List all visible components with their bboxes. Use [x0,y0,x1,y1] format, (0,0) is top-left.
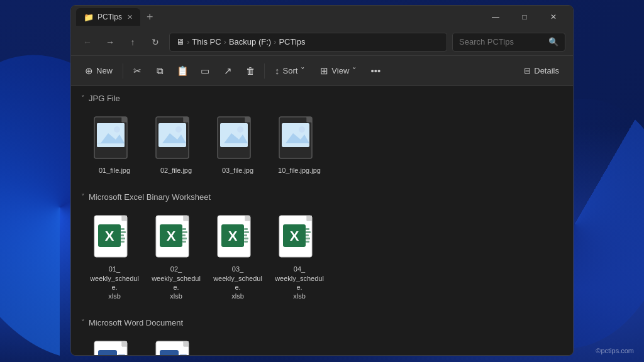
word-file-grid: W 01_Employee_Records.docx [81,335,563,355]
path-backup[interactable]: Backup (F:) [229,37,271,47]
list-item[interactable]: X 03_weekly_schedule.xlsb [209,209,266,305]
file-name: 03_weekly_schedule.xlsb [212,265,264,300]
svg-rect-63 [306,234,309,236]
refresh-button[interactable]: ↻ [147,33,164,51]
list-item[interactable]: W 02_EmployeeRecords.docx [148,335,204,355]
svg-rect-52 [244,231,249,233]
svg-point-25 [299,126,305,133]
list-item[interactable]: W 01_Employee_Records.docx [86,335,143,355]
svg-rect-34 [121,238,125,239]
paste-button[interactable]: 📋 [172,61,192,81]
svg-rect-61 [306,228,309,230]
more-button[interactable]: ••• [365,61,386,81]
list-item[interactable]: 02_file.jpg [148,111,204,180]
tab-title: PCTips [97,13,122,21]
file-group-word: ˅ Microsoft Word Document W [81,318,563,355]
list-item[interactable]: 10_file.jpg.jpg [271,111,328,180]
svg-rect-22 [307,117,312,122]
group-chevron-icon: ˅ [81,193,85,201]
svg-text:X: X [228,228,238,244]
file-name: 10_file.jpg.jpg [278,166,321,175]
cut-button[interactable]: ✂ [127,61,147,81]
share-button[interactable]: ↗ [218,61,238,81]
up-button[interactable]: ↑ [124,33,142,51]
explorer-tab[interactable]: 📁 PCTips ✕ [76,8,140,26]
svg-rect-65 [306,241,309,243]
svg-rect-41 [182,228,186,230]
group-label-word: Microsoft Word Document [89,318,183,327]
svg-rect-35 [121,241,125,243]
view-label: View [331,66,349,75]
group-header-excel[interactable]: ˅ Microsoft Excel Binary Worksheet [81,192,563,202]
tab-close-button[interactable]: ✕ [127,13,133,21]
sort-chevron-icon: ˅ [301,66,305,75]
group-chevron-icon: ˅ [81,319,85,327]
svg-rect-44 [182,238,187,239]
svg-rect-68 [122,341,127,346]
group-header-word[interactable]: ˅ Microsoft Word Document [81,318,563,327]
file-name: 04_weekly_schedule.xlsb [274,265,325,300]
forward-button[interactable]: → [101,33,119,51]
excel-file-grid: X 01_weekly_schedule.xlsb [81,209,563,305]
title-bar: 📁 PCTips ✕ + — □ ✕ [71,6,573,28]
content-area[interactable]: ˅ JPG File [71,86,573,355]
new-tab-button[interactable]: + [143,11,157,24]
path-this-pc[interactable]: This PC [192,37,221,47]
back-button[interactable]: ← [79,33,96,51]
svg-text:W: W [163,354,176,355]
search-input[interactable] [459,37,545,47]
sort-button[interactable]: ↕ Sort ˅ [269,61,311,81]
svg-rect-64 [306,238,310,239]
svg-rect-78 [184,341,189,346]
new-icon: ⊕ [85,65,93,77]
toolbar-separator-2 [264,63,265,79]
excel-file-icon: X [92,214,137,265]
list-item[interactable]: X 01_weekly_schedule.xlsb [86,209,143,305]
close-button[interactable]: ✕ [539,6,568,28]
maximize-button[interactable]: □ [510,6,539,28]
svg-rect-23 [282,123,309,147]
svg-rect-53 [244,234,247,236]
minimize-button[interactable]: — [481,6,510,28]
list-item[interactable]: 01_file.jpg [86,111,143,180]
copy-button[interactable]: ⧉ [150,61,170,81]
list-item[interactable]: X 04_weekly_schedule.xlsb [271,209,328,305]
view-button[interactable]: ⊞ View ˅ [314,61,363,81]
svg-point-13 [175,126,182,133]
svg-rect-43 [182,234,186,236]
view-icon: ⊞ [320,65,328,77]
search-box[interactable]: 🔍 [452,33,565,52]
list-item[interactable]: X 02_weekly_schedule.xlsb [148,209,204,305]
svg-rect-2 [122,117,127,122]
group-header-jpg[interactable]: ˅ JPG File [81,94,563,103]
path-device-icon: 🖥 [176,37,184,47]
file-name: 03_file.jpg [222,166,253,175]
details-button[interactable]: ⊟ Details [518,62,565,79]
svg-rect-51 [244,228,248,230]
sort-icon: ↕ [275,65,280,76]
new-button[interactable]: ⊕ New [79,61,119,81]
sort-label: Sort [283,66,298,75]
svg-rect-4 [97,123,125,147]
path-pctips[interactable]: PCTips [279,37,305,47]
list-item[interactable]: 03_file.jpg [209,111,266,180]
address-path[interactable]: 🖥 › This PC › Backup (F:) › PCTips [169,33,447,52]
word-file-icon: W [153,340,199,355]
tab-area: 📁 PCTips ✕ + [76,8,157,26]
svg-rect-62 [306,231,311,233]
jpg-file-icon [92,116,137,166]
delete-button[interactable]: 🗑 [240,61,260,81]
svg-rect-16 [245,117,250,122]
group-chevron-icon: ˅ [81,94,85,102]
svg-rect-55 [244,241,248,243]
svg-rect-48 [245,216,250,221]
file-name: 01_weekly_schedule.xlsb [89,265,140,300]
svg-text:X: X [167,228,176,244]
rename-button[interactable]: ▭ [195,61,215,81]
svg-rect-17 [220,123,248,147]
window-controls: — □ ✕ [481,6,568,28]
svg-text:X: X [105,228,114,244]
excel-file-icon: X [215,214,260,265]
address-bar: ← → ↑ ↻ 🖥 › This PC › Backup (F:) › PCTi… [71,28,573,56]
details-pane-icon: ⊟ [524,66,531,75]
